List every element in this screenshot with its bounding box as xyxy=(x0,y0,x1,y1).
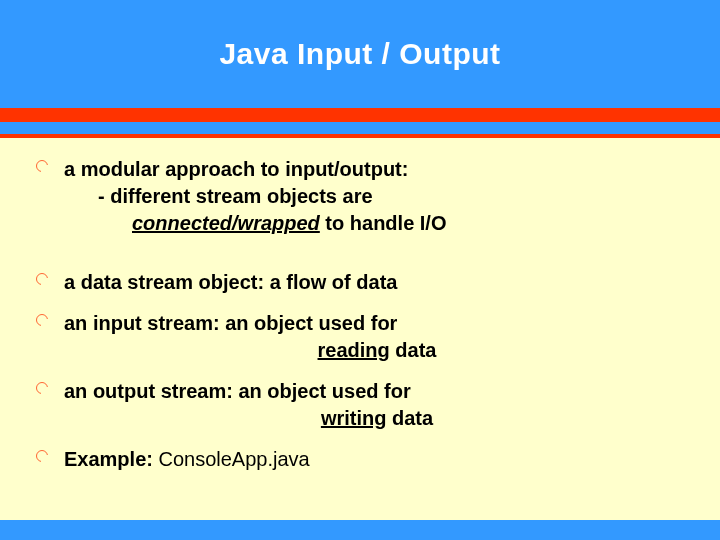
bullet-value: ConsoleApp.java xyxy=(153,448,310,470)
divider-blue xyxy=(0,122,720,134)
bullet-subline: connected/wrapped to handle I/O xyxy=(64,210,690,237)
bullet-icon xyxy=(36,273,48,285)
slide-title: Java Input / Output xyxy=(219,37,500,71)
bullet-text: data xyxy=(390,339,437,361)
bullet-list: a modular approach to input/output: - di… xyxy=(30,156,690,473)
list-item: an output stream: an object used for wri… xyxy=(30,378,690,432)
spacer xyxy=(30,251,690,269)
underline-text: reading xyxy=(318,339,390,361)
underline-text: writing xyxy=(321,407,387,429)
bullet-text: a data stream object: a flow of data xyxy=(64,271,397,293)
bullet-text: data xyxy=(386,407,433,429)
bullet-text: to handle I/O xyxy=(320,212,447,234)
bullet-text: a modular approach to input/output: xyxy=(64,158,408,180)
bullet-icon xyxy=(36,314,48,326)
slide: Java Input / Output a modular approach t… xyxy=(0,0,720,540)
slide-body: a modular approach to input/output: - di… xyxy=(0,138,720,520)
list-item: a modular approach to input/output: - di… xyxy=(30,156,690,237)
list-item: Example: ConsoleApp.java xyxy=(30,446,690,473)
list-item: a data stream object: a flow of data xyxy=(30,269,690,296)
bullet-subline: writing data xyxy=(64,405,690,432)
divider-orange-large xyxy=(0,108,720,122)
bullet-subline: reading data xyxy=(64,337,690,364)
bullet-subline: - different stream objects are xyxy=(64,183,690,210)
bottom-bar xyxy=(0,520,720,540)
bullet-icon xyxy=(36,382,48,394)
bullet-icon xyxy=(36,450,48,462)
bullet-text: an input stream: an object used for xyxy=(64,312,397,334)
bullet-icon xyxy=(36,160,48,172)
emphasis-text: connected/wrapped xyxy=(132,212,320,234)
bullet-text: an output stream: an object used for xyxy=(64,380,411,402)
title-bar: Java Input / Output xyxy=(0,0,720,108)
list-item: an input stream: an object used for read… xyxy=(30,310,690,364)
bullet-label: Example: xyxy=(64,448,153,470)
